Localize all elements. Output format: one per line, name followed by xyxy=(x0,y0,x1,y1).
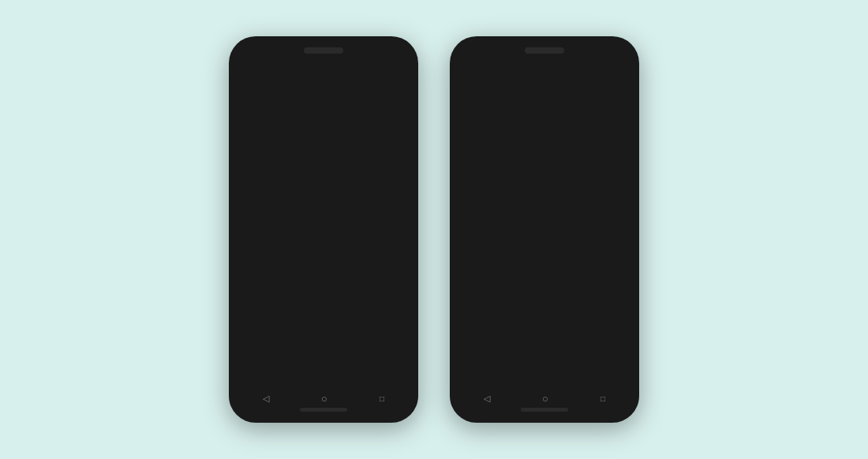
hero-items-count: 24 ITEMS xyxy=(466,218,623,224)
call-icon[interactable]: 📞 xyxy=(381,95,392,105)
mic-button[interactable]: 🎙 xyxy=(396,338,410,356)
chat-avatar xyxy=(256,88,278,110)
message-bubble-out-1: Hi there! What items are in stock? 9:27 … xyxy=(294,195,406,222)
bubble-text: Hi there! What items are in stock? xyxy=(299,199,400,207)
stone-2 xyxy=(551,196,560,206)
chat-header-icons: 🛍 📞 ⋮ xyxy=(368,95,406,105)
shop-screen: ▲▲ ◀ 9:29 ← Earth Ceramics 🛒 ••• 🔍 Searc… xyxy=(458,65,631,388)
bubble-time: 9:29 AM xyxy=(340,319,359,327)
read-receipt: ✓✓ xyxy=(389,210,400,218)
view-collection-button[interactable]: View Collection xyxy=(466,259,525,273)
shop-avatar xyxy=(477,89,498,110)
read-receipt: ✓✓ xyxy=(389,279,400,288)
hero-title: Studio Blue Collection xyxy=(466,226,623,252)
camera-icon[interactable]: 📷 xyxy=(378,343,387,351)
product-image-2 xyxy=(546,308,627,351)
bubble-text: Absolutely, let us know if you have any … xyxy=(247,299,349,316)
shop-header: ← Earth Ceramics 🛒 ••• xyxy=(458,79,631,120)
shop-phone: ▲▲ ◀ 9:29 ← Earth Ceramics 🛒 ••• 🔍 Searc… xyxy=(450,36,639,423)
chat-header: ← Earth Ceramics last seen today 9:29 AM… xyxy=(237,79,410,120)
attachment-icon[interactable]: 📎 xyxy=(367,343,376,351)
shop-search-input[interactable]: 🔍 Search xyxy=(464,125,625,144)
shop-contact-name: Earth Ceramics xyxy=(504,95,591,104)
product-item-2[interactable] xyxy=(546,308,627,351)
shop-product-grid xyxy=(458,303,631,356)
home-nav-icon[interactable]: ○ xyxy=(321,393,327,405)
chat-input-bar: ☺ Type a message... 📎 📷 🎙 xyxy=(245,333,410,360)
home-nav-icon[interactable]: ○ xyxy=(542,393,548,405)
shop-signal-icon: ▲▲ ◀ xyxy=(462,69,479,75)
date-badge: TODAY xyxy=(307,126,341,136)
message-bubble-in-2: Absolutely, let us know if you have any … xyxy=(241,295,365,330)
recent-nav-icon[interactable]: □ xyxy=(380,394,384,403)
chat-screen: ▲▲ ◀ 9:29 ← Earth Ceramics last seen tod… xyxy=(237,65,410,388)
chat-phone: ▲▲ ◀ 9:29 ← Earth Ceramics last seen tod… xyxy=(229,36,418,423)
hero-overlay: 24 ITEMS Studio Blue Collection View Col… xyxy=(458,211,631,279)
shop-header-icons: 🛒 ••• xyxy=(594,93,625,105)
sort-label: Sorted by Default xyxy=(464,287,516,295)
chat-back-arrow[interactable]: ← xyxy=(241,93,253,106)
encryption-notice: 🔒 Messages and calls are end-to-end encr… xyxy=(245,141,402,174)
product-item-1[interactable] xyxy=(462,308,543,351)
bubble-text: Nice!! Let me check them out. xyxy=(312,268,400,276)
message-bubble-in-1: Everything in our shop is available now.… xyxy=(241,226,365,261)
shop-search-bar: 🔍 Search xyxy=(458,120,631,149)
back-nav-icon[interactable]: ◁ xyxy=(263,394,269,404)
chat-title-area: Earth Ceramics last seen today 9:29 AM xyxy=(284,91,365,108)
chat-nav-bar: ◁ ○ □ xyxy=(237,390,410,407)
shop-nav-bar: ◁ ○ □ xyxy=(458,390,631,407)
message-bubble-out-2: Nice!! Let me check them out. 9:29 AM✓✓ xyxy=(306,264,406,292)
business-notice: This chat is with a business account. Ta… xyxy=(245,177,402,192)
back-nav-icon[interactable]: ◁ xyxy=(484,394,490,404)
message-input[interactable]: Type a message... 📎 📷 xyxy=(260,338,393,356)
recent-nav-icon[interactable]: □ xyxy=(600,394,605,403)
shop-back-arrow[interactable]: ← xyxy=(464,93,474,105)
bubble-text: Everything in our shop is available now.… xyxy=(247,230,352,247)
chat-last-seen: last seen today 9:29 AM xyxy=(284,101,365,108)
sort-button[interactable]: SORT xyxy=(606,287,625,295)
more-icon[interactable]: ••• xyxy=(613,95,625,104)
attachment-icons: 📎 📷 xyxy=(367,343,387,351)
chat-body: TODAY 🔒 Messages and calls are end-to-en… xyxy=(237,120,410,361)
search-icon: 🔍 xyxy=(470,130,479,138)
message-placeholder: Type a message... xyxy=(267,343,364,350)
svg-point-1 xyxy=(485,95,490,99)
stone-1 xyxy=(572,181,584,192)
chat-status-bar: ▲▲ ◀ 9:29 xyxy=(237,65,410,79)
bubble-time: 9:27 AM xyxy=(340,250,359,257)
chat-contact-name: Earth Ceramics xyxy=(284,91,365,101)
chat-time: 9:29 xyxy=(395,69,406,75)
more-options-icon[interactable]: ⋮ xyxy=(397,95,406,105)
bubble-time: 9:27 AM xyxy=(369,211,387,218)
product-image-1 xyxy=(462,308,543,351)
shop-status-bar: ▲▲ ◀ 9:29 xyxy=(458,65,631,79)
status-icons-left: ▲▲ ◀ xyxy=(241,69,258,75)
mic-icon: 🎙 xyxy=(402,343,409,351)
shop-sort-bar: Sorted by Default SORT xyxy=(458,279,631,303)
shop-time: 9:29 xyxy=(615,69,627,74)
svg-point-0 xyxy=(264,94,270,99)
bag-icon[interactable]: 🛍 xyxy=(368,95,376,104)
search-placeholder: Search xyxy=(482,130,503,138)
cart-icon[interactable]: 🛒 xyxy=(594,93,607,105)
bubble-time: 9:29 AM xyxy=(369,280,387,287)
emoji-button[interactable]: ☺ xyxy=(249,342,257,351)
shop-hero: 24 ITEMS Studio Blue Collection View Col… xyxy=(458,149,631,279)
